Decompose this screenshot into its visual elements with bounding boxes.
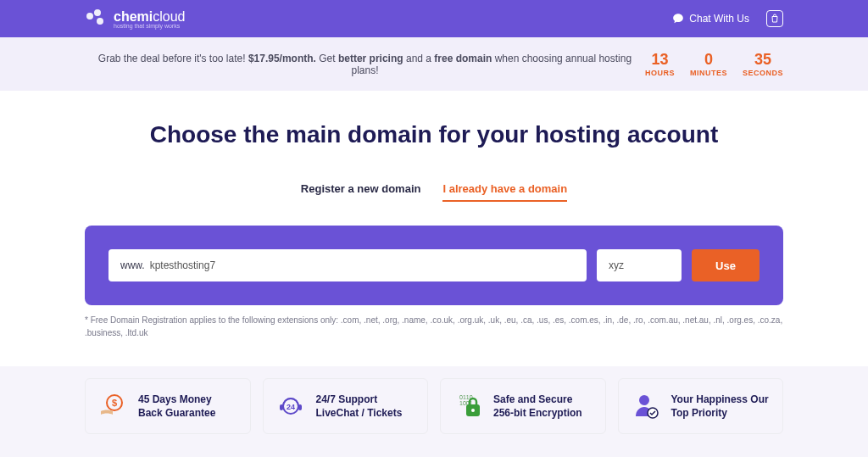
brand-name: chemicloud [114,9,186,24]
support-icon: 24 [275,391,306,421]
page-footer: chemicloud hosting that simply works VIS… [0,451,868,457]
happiness-icon [631,391,661,421]
feature-cards: $ 45 Days Money Back Guarantee 24 24/7 S… [85,378,783,434]
bag-icon [770,14,780,24]
tab-register-domain[interactable]: Register a new domain [301,182,421,202]
brand-logo[interactable]: chemicloud hosting that simply works [85,8,186,30]
domain-tabs: Register a new domain I already have a d… [85,182,783,202]
domain-input-wrapper[interactable]: www. [108,249,587,281]
free-domain-disclaimer: * Free Domain Registration applies to th… [85,314,783,339]
money-back-icon: $ [97,391,128,421]
countdown-hours: 13 HOURS [645,51,675,77]
feature-happiness: Your Happiness Our Top Priority [618,378,784,434]
domain-input[interactable] [145,259,575,271]
feature-title: 45 Days Money Back Guarantee [138,393,238,420]
feature-money-back: $ 45 Days Money Back Guarantee [85,378,251,434]
svg-rect-5 [298,404,302,410]
svg-point-9 [471,409,475,412]
deal-banner: Grab the deal before it's too late! $17.… [0,37,868,91]
countdown-minutes: 0 MINUTES [690,51,727,77]
cloud-logo-icon [85,8,108,30]
tab-existing-domain[interactable]: I already have a domain [442,182,567,202]
deal-text: Grab the deal before it's too late! $17.… [85,53,645,76]
feature-title: Safe and Secure 256-bit Encryption [493,393,593,420]
top-header: chemicloud hosting that simply works Cha… [0,0,868,37]
countdown-seconds: 35 SECONDS [743,51,783,77]
chat-label: Chat With Us [689,13,749,25]
feature-title: 24/7 Support LiveChat / Tickets [316,393,416,420]
countdown-timer: 13 HOURS 0 MINUTES 35 SECONDS [645,51,783,77]
domain-prefix: www. [120,259,145,271]
cart-button[interactable] [766,10,783,27]
page-title: Choose the main domain for your hosting … [85,121,783,148]
use-button[interactable]: Use [692,249,760,281]
chat-icon [672,13,684,25]
feature-title: Your Happiness Our Top Priority [671,393,771,420]
svg-text:$: $ [112,398,117,408]
svg-rect-4 [280,404,283,410]
domain-form: www. Use [85,226,783,305]
tld-input[interactable] [597,249,682,281]
chat-with-us[interactable]: Chat With Us [672,13,749,25]
main-content: Choose the main domain for your hosting … [0,91,868,451]
feature-support: 24 24/7 Support LiveChat / Tickets [263,378,429,434]
svg-text:24: 24 [286,403,294,411]
svg-point-10 [639,395,649,405]
feature-secure: 01101001 Safe and Secure 256-bit Encrypt… [440,378,606,434]
brand-tagline: hosting that simply works [114,23,186,29]
lock-icon: 01101001 [453,391,483,421]
